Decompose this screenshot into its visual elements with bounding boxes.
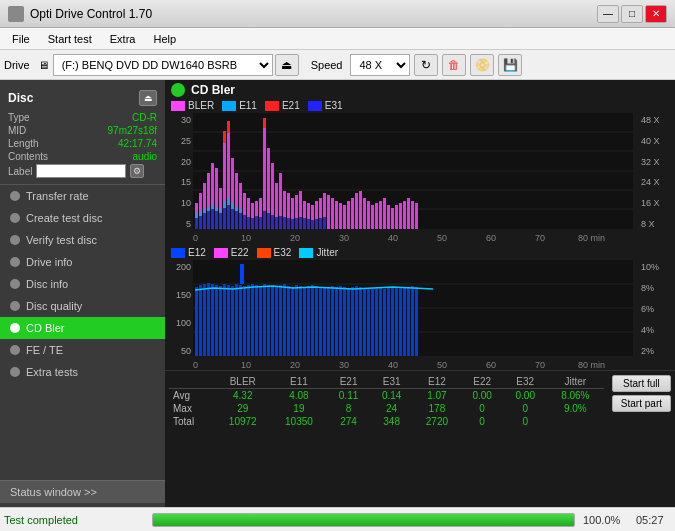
sidebar-item-disc-info[interactable]: Disc info	[0, 273, 165, 295]
svg-rect-167	[371, 288, 374, 356]
svg-rect-77	[195, 218, 198, 229]
total-e22: 0	[461, 415, 504, 428]
sidebar-item-extra-tests[interactable]: Extra tests	[0, 361, 165, 383]
svg-rect-149	[299, 286, 302, 356]
sidebar-item-cd-bler[interactable]: CD Bler	[0, 317, 165, 339]
start-part-button[interactable]: Start part	[612, 395, 671, 412]
refresh-button[interactable]: ↻	[414, 54, 438, 76]
app-icon	[8, 6, 24, 22]
svg-text:60: 60	[486, 360, 496, 370]
sidebar-label-fe-te: FE / TE	[26, 344, 63, 356]
disc-eject-btn[interactable]: ⏏	[139, 90, 157, 106]
legend-box-e12	[171, 248, 185, 258]
svg-rect-150	[303, 287, 306, 356]
avg-e12: 1.07	[413, 389, 460, 403]
legend-e31: E31	[308, 100, 343, 111]
svg-rect-92	[255, 216, 258, 229]
svg-rect-108	[319, 218, 322, 229]
legend-box-e32	[257, 248, 271, 258]
drive-select[interactable]: (F:) BENQ DVD DD DW1640 BSRB	[53, 54, 273, 76]
svg-rect-85	[227, 205, 230, 229]
nav-dot-drive-info	[10, 257, 20, 267]
chart-area: CD Bler BLER E11 E21 E31 30	[165, 80, 675, 507]
svg-text:80 min: 80 min	[578, 233, 605, 243]
svg-rect-102	[295, 218, 298, 229]
sidebar-label-disc-info: Disc info	[26, 278, 68, 290]
svg-text:50: 50	[437, 233, 447, 243]
svg-rect-162	[351, 287, 354, 356]
svg-rect-174	[399, 287, 402, 356]
svg-rect-46	[355, 193, 358, 229]
erase-button[interactable]: 🗑	[442, 54, 466, 76]
sidebar-label-extra-tests: Extra tests	[26, 366, 78, 378]
rip-button[interactable]: 📀	[470, 54, 494, 76]
sidebar-label-create-test-disc: Create test disc	[26, 212, 102, 224]
sidebar-item-transfer-rate[interactable]: Transfer rate	[0, 185, 165, 207]
svg-rect-42	[339, 203, 342, 229]
row-label-total: Total	[169, 415, 215, 428]
maximize-button[interactable]: □	[621, 5, 643, 23]
sidebar-item-create-test-disc[interactable]: Create test disc	[0, 207, 165, 229]
legend-label-e31: E31	[325, 100, 343, 111]
sidebar-item-verify-test-disc[interactable]: Verify test disc	[0, 229, 165, 251]
chart2-y-axis-right: 10% 8% 6% 4% 2%	[639, 260, 675, 370]
disc-contents-value: audio	[133, 151, 157, 162]
disc-label-input[interactable]	[36, 164, 126, 178]
svg-rect-56	[395, 205, 398, 229]
svg-rect-131	[227, 285, 230, 356]
chart-legend-top: BLER E11 E21 E31	[165, 100, 675, 113]
svg-rect-82	[215, 211, 218, 229]
svg-rect-176	[407, 287, 410, 356]
data-table-wrap: BLER E11 E21 E31 E12 E22 E32 Jitter Avg	[165, 373, 608, 430]
svg-rect-52	[379, 201, 382, 229]
speed-select[interactable]: 48 X	[350, 54, 410, 76]
svg-rect-172	[391, 287, 394, 356]
svg-text:50: 50	[437, 360, 447, 370]
svg-rect-171	[387, 288, 390, 356]
menu-file[interactable]: File	[4, 31, 38, 47]
svg-rect-138	[255, 285, 258, 356]
svg-rect-39	[327, 195, 330, 229]
disc-contents-label: Contents	[8, 151, 48, 162]
svg-rect-100	[287, 218, 290, 229]
menu-bar: File Start test Extra Help	[0, 28, 675, 50]
col-header-e22: E22	[461, 375, 504, 389]
sidebar-item-fe-te[interactable]: FE / TE	[0, 339, 165, 361]
svg-rect-144	[279, 285, 282, 356]
svg-text:60: 60	[486, 233, 496, 243]
speed-label: Speed	[311, 59, 343, 71]
svg-text:10: 10	[241, 233, 251, 243]
sidebar-item-disc-quality[interactable]: Disc quality	[0, 295, 165, 317]
eject-button[interactable]: ⏏	[275, 54, 299, 76]
total-bler: 10972	[215, 415, 271, 428]
svg-rect-57	[399, 203, 402, 229]
sidebar-item-drive-info[interactable]: Drive info	[0, 251, 165, 273]
svg-rect-94	[263, 211, 266, 229]
status-window-button[interactable]: Status window >>	[0, 480, 165, 503]
max-e31: 24	[370, 402, 413, 415]
title-bar-left: Opti Drive Control 1.70	[8, 6, 152, 22]
disc-length-label: Length	[8, 138, 39, 149]
disc-mid-value: 97m27s18f	[108, 125, 157, 136]
disc-label-label: Label	[8, 166, 32, 177]
legend-bler: BLER	[171, 100, 214, 111]
close-button[interactable]: ✕	[645, 5, 667, 23]
svg-rect-45	[351, 198, 354, 229]
svg-rect-50	[371, 205, 374, 229]
menu-extra[interactable]: Extra	[102, 31, 144, 47]
legend-label-e11: E11	[239, 100, 257, 111]
avg-bler: 4.32	[215, 389, 271, 403]
menu-start-test[interactable]: Start test	[40, 31, 100, 47]
row-label-avg: Avg	[169, 389, 215, 403]
max-e11: 19	[271, 402, 327, 415]
status-bar: Test completed 100.0% 05:27	[0, 507, 675, 531]
menu-help[interactable]: Help	[145, 31, 184, 47]
minimize-button[interactable]: —	[597, 5, 619, 23]
start-full-button[interactable]: Start full	[612, 375, 671, 392]
nav-dot-create-test-disc	[10, 213, 20, 223]
save-button[interactable]: 💾	[498, 54, 522, 76]
disc-label-icon[interactable]: ⚙	[130, 164, 144, 178]
total-e12: 2720	[413, 415, 460, 428]
disc-panel-title: Disc	[8, 91, 33, 105]
col-header-e21: E21	[327, 375, 370, 389]
